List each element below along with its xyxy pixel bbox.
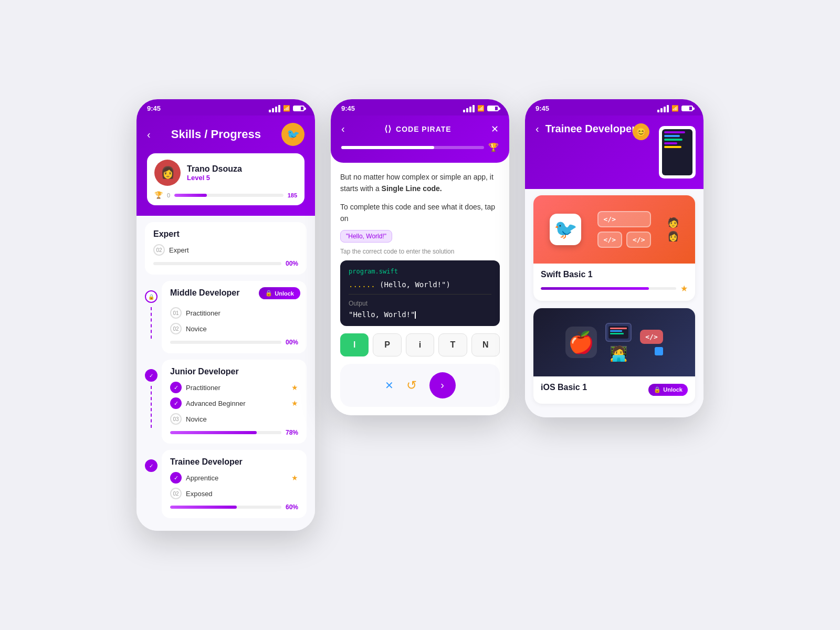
skill-title-middle: Middle Developer: [170, 288, 239, 298]
course-card-ios[interactable]: 🍎 🧑‍💻: [533, 308, 695, 404]
skill-item-exposed: 02 Exposed: [170, 488, 298, 499]
code-badge-3: </>: [626, 232, 651, 248]
ios-course-thumb: 🍎 🧑‍💻: [533, 308, 695, 376]
screens-container: 9:45 📶 ‹ Skills / Progress 🐦: [136, 99, 704, 531]
screen2-phone: 9:45 📶 ‹ ⟨⟩ CODE PIRATE ✕: [331, 99, 509, 415]
screen1-header: ‹ Skills / Progress 🐦 👩 Trano Dsouza Lev…: [136, 116, 315, 216]
code-filename: program.swift: [349, 268, 491, 275]
key-btn-t[interactable]: T: [438, 333, 467, 356]
skill-item-practitioner2: ✓ Practitioner ★: [170, 382, 298, 393]
header-illustration: 😊: [630, 121, 698, 184]
code-badge-row: </> </>: [597, 232, 652, 248]
time-1: 9:45: [147, 104, 161, 112]
illus-avatar: 😊: [633, 123, 649, 140]
expert-pct: 00%: [286, 260, 298, 267]
star-icon: ★: [291, 399, 298, 407]
course-card-swift[interactable]: 🐦 </> </> </> 🧑 👩: [533, 195, 695, 301]
s2-instruction: Tap the correct code to enter the soluti…: [340, 248, 500, 255]
key-btn-n[interactable]: N: [471, 333, 500, 356]
code-pirate-label: CODE PIRATE: [396, 125, 452, 133]
screen2-body: But no matter how complex or simple an a…: [331, 163, 509, 415]
wifi-icon-3: 📶: [671, 105, 679, 112]
skill-name: Practitioner: [186, 384, 287, 392]
status-bar-1: 9:45 📶: [136, 99, 315, 116]
back-button-1[interactable]: ‹: [147, 129, 151, 141]
swift-course-thumb: 🐦 </> </> </> 🧑 👩: [533, 195, 695, 264]
refresh-action-button[interactable]: ↺: [406, 378, 417, 393]
back-button-2[interactable]: ‹: [341, 123, 345, 135]
close-button-2[interactable]: ✕: [491, 123, 499, 135]
skill-section-trainee: Trainee Developer ✓ Apprentice ★ 02 Expo…: [162, 450, 307, 518]
status-icons-1: 📶: [269, 105, 304, 112]
skill-name: Exposed: [186, 490, 298, 498]
expert-progress-bar: [153, 262, 281, 265]
swift-progress-bar: [541, 287, 676, 290]
code-pirate-logo: ⟨⟩ CODE PIRATE: [384, 124, 452, 134]
trophy-icon-s2: 🏆: [488, 142, 499, 152]
star-icon: ★: [291, 383, 298, 392]
ios-info-row: iOS Basic 1 🔒 Unlock: [541, 383, 688, 396]
desk-setup: 🧑‍💻: [605, 323, 632, 362]
person-icon-2: 👩: [667, 230, 679, 242]
skill-num: 03: [170, 413, 182, 425]
user-progress-row: 🏆 0 185: [154, 191, 297, 199]
screen3-header: ‹ Trainee Developer 😊: [525, 116, 704, 189]
code-badge-2: </>: [597, 232, 622, 248]
skill-title-expert: Expert: [153, 229, 298, 239]
illus-editor: [659, 126, 696, 178]
code-content: (Hello, World!"): [380, 280, 450, 289]
skill-title-junior: Junior Developer: [170, 367, 298, 376]
screen1-phone: 9:45 📶 ‹ Skills / Progress 🐦: [136, 99, 315, 531]
tl-dot-middle: 🔒: [145, 290, 158, 303]
skill-num: 01: [170, 307, 182, 319]
swift-progress-fill: [541, 287, 649, 290]
key-btn-i[interactable]: i: [406, 333, 434, 356]
tl-dot-trainee: ✓: [145, 459, 158, 472]
s2-tag[interactable]: "Hello, World!": [340, 230, 392, 243]
skill-num: 02: [170, 323, 182, 334]
blue-square-deco: [655, 347, 663, 355]
ios-course-name: iOS Basic 1: [541, 383, 587, 392]
skill-item-novice2: 03 Novice: [170, 413, 298, 425]
user-name: Trano Dsouza: [187, 164, 242, 174]
trainee-progress-bar: [170, 506, 281, 509]
middle-progress-bar: [170, 341, 281, 344]
skill-name: Advanced Beginner: [186, 400, 287, 407]
swift-thumb-content: 🐦 </> </> </> 🧑 👩: [533, 211, 695, 248]
user-progress-bar-container: [174, 194, 284, 197]
key-btn-l[interactable]: l: [340, 333, 369, 356]
progress-min: 0: [167, 192, 170, 198]
s2-progress-bar: [341, 146, 484, 149]
unlock-badge-ios[interactable]: 🔒 Unlock: [648, 384, 688, 396]
middle-pct: 00%: [286, 339, 298, 346]
cancel-action-button[interactable]: ✕: [385, 379, 394, 392]
screen3-title: Trainee Developer: [545, 123, 636, 135]
monitor-line-3: [610, 333, 624, 334]
code-output-label: Output: [349, 300, 491, 307]
next-action-button[interactable]: ›: [429, 372, 456, 398]
page-title-1: Skills / Progress: [171, 128, 261, 141]
skill-section-expert: Expert 02 Expert 00%: [145, 222, 307, 275]
screen1-body: Expert 02 Expert 00% 🔒: [136, 216, 315, 531]
header-nav-1: ‹ Skills / Progress 🐦: [147, 123, 304, 146]
skill-num: 02: [170, 488, 182, 499]
unlock-btn-middle[interactable]: 🔒 Unlock: [259, 287, 300, 299]
battery-icon-2: [487, 106, 499, 111]
monitor-line-1: [610, 328, 627, 329]
key-btn-p[interactable]: P: [373, 333, 401, 356]
s2-body-text: But no matter how complex or simple an a…: [340, 171, 500, 195]
code-line: ...... (Hello, World!"): [349, 280, 491, 289]
skill-check: ✓: [170, 397, 182, 409]
user-level: Level 5: [187, 174, 242, 182]
monitor-screen: [608, 326, 628, 339]
swift-course-info: Swift Basic 1 ★: [533, 264, 695, 301]
skill-item-adv-beginner: ✓ Advanced Beginner ★: [170, 397, 298, 409]
skill-section-junior: Junior Developer ✓ Practitioner ★ ✓ Adva…: [162, 360, 307, 444]
swift-star-icon: ★: [680, 284, 688, 293]
back-button-3[interactable]: ‹: [536, 123, 539, 135]
junior-pct: 78%: [286, 429, 298, 436]
apple-logo-container: 🍎: [565, 327, 597, 358]
skill-item: 02 Expert: [153, 244, 298, 256]
swift-logo: 🐦: [550, 214, 581, 245]
progress-max: 185: [288, 192, 297, 198]
